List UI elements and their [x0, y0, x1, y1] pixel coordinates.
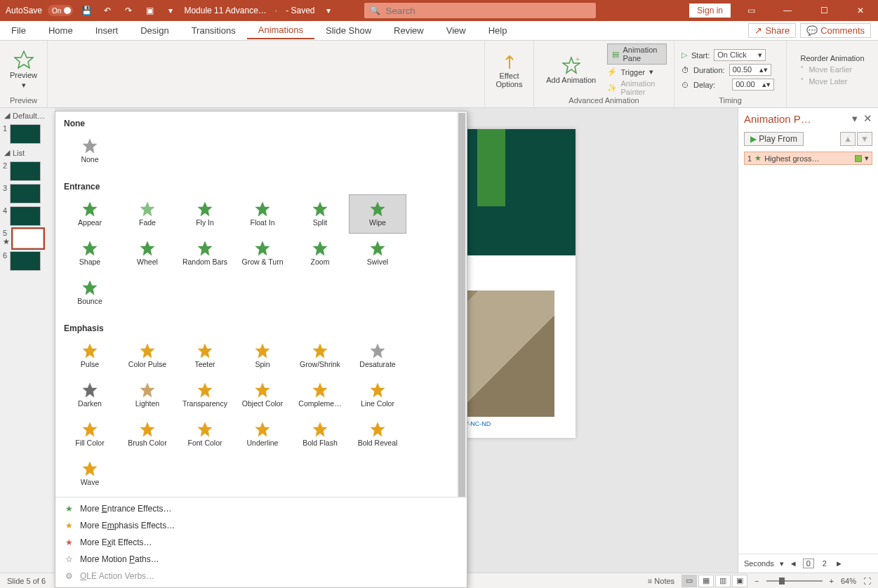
anim-entrance-float-in[interactable]: Float In — [234, 194, 291, 234]
slide-thumb-6[interactable]: 6 — [0, 250, 55, 272]
anim-emphasis-line-color[interactable]: Line Color — [349, 375, 406, 415]
anim-emphasis-bold-flash[interactable]: Bold Flash — [291, 415, 349, 454]
undo-icon[interactable]: ↶ — [100, 3, 115, 18]
move-later-button[interactable]: ˅Move Later — [800, 77, 847, 86]
more-exit-effects[interactable]: ★More Exit Effects… — [55, 534, 467, 551]
tab-file[interactable]: File — [0, 22, 37, 39]
saved-label[interactable]: - Saved — [286, 6, 314, 15]
anim-entrance-split[interactable]: Split — [291, 194, 349, 234]
comments-button[interactable]: 💬Comments — [800, 23, 871, 38]
tab-view[interactable]: View — [435, 22, 477, 39]
slide-thumb-3[interactable]: 3 — [0, 182, 55, 205]
trigger-button[interactable]: ⚡ Trigger▾ — [607, 67, 653, 76]
minimize-icon[interactable]: — — [771, 0, 804, 21]
anim-emphasis-font-color[interactable]: Font Color — [176, 415, 234, 454]
timeline-prev-icon[interactable]: ◄ — [790, 559, 797, 568]
slide-thumb-4[interactable]: 4 — [0, 205, 55, 227]
tab-animations[interactable]: Animations — [247, 22, 314, 39]
zoom-out-icon[interactable]: − — [754, 577, 759, 585]
qat-more-icon[interactable]: ▾ — [163, 3, 178, 18]
more-emphasis-effects[interactable]: ★More Emphasis Effects… — [55, 517, 467, 534]
animation-item-1[interactable]: 1 ★ Highest gross… ▾ — [744, 152, 872, 165]
anim-entrance-wipe[interactable]: Wipe — [349, 194, 406, 234]
zoom-slider[interactable] — [766, 580, 823, 582]
autosave-toggle[interactable]: On — [48, 5, 73, 16]
anim-emphasis-brush-color[interactable]: Brush Color — [119, 415, 176, 454]
tab-transitions[interactable]: Transitions — [180, 22, 247, 39]
anim-emphasis-pulse[interactable]: Pulse — [61, 336, 119, 375]
search-box[interactable]: 🔍 — [364, 3, 596, 18]
list-section[interactable]: ◢List — [0, 145, 55, 160]
anim-emphasis-teeter[interactable]: Teeter — [176, 336, 234, 375]
anim-entrance-zoom[interactable]: Zoom — [291, 234, 349, 273]
anim-entrance-bounce[interactable]: Bounce — [61, 273, 119, 312]
fit-window-icon[interactable]: ⛶ — [863, 577, 871, 585]
add-animation-button[interactable]: + Add Animation — [541, 44, 601, 96]
reading-view-icon[interactable]: ▥ — [715, 575, 731, 587]
saved-chevron-icon[interactable]: ▾ — [321, 3, 336, 18]
zoom-level[interactable]: 64% — [841, 577, 856, 585]
move-up-icon[interactable]: ▲ — [840, 132, 856, 146]
anim-entrance-shape[interactable]: Shape — [61, 234, 119, 273]
anim-emphasis-wave[interactable]: Wave — [61, 454, 119, 493]
anim-entrance-swivel[interactable]: Swivel — [349, 234, 406, 273]
preview-button[interactable]: Preview ▾ — [10, 44, 37, 96]
maximize-icon[interactable]: ☐ — [808, 0, 840, 21]
anim-emphasis-fill-color[interactable]: Fill Color — [61, 415, 119, 454]
start-dropdown[interactable]: On Click▾ — [714, 49, 766, 61]
tab-slideshow[interactable]: Slide Show — [314, 22, 383, 39]
anim-emphasis-spin[interactable]: Spin — [234, 336, 291, 375]
more-entrance-effects[interactable]: ★More Entrance Effects… — [55, 500, 467, 517]
slide-thumb-1[interactable]: 1 — [0, 123, 55, 145]
redo-icon[interactable]: ↷ — [121, 3, 136, 18]
timeline-next-icon[interactable]: ► — [835, 559, 843, 568]
anim-entrance-random-bars[interactable]: Random Bars — [176, 234, 234, 273]
slide-count[interactable]: Slide 5 of 6 — [7, 577, 46, 585]
normal-view-icon[interactable]: ▭ — [681, 575, 697, 587]
share-button[interactable]: ↗Share — [748, 23, 796, 38]
item-chevron-icon[interactable]: ▾ — [865, 154, 869, 163]
anim-emphasis-bold-reveal[interactable]: Bold Reveal — [349, 415, 406, 454]
pane-options-icon[interactable]: ▾ — [852, 112, 858, 125]
tab-review[interactable]: Review — [383, 22, 435, 39]
tab-design[interactable]: Design — [129, 22, 180, 39]
play-from-button[interactable]: ▶ Play From — [744, 132, 804, 146]
more-motion-paths[interactable]: ☆More Motion Paths… — [55, 551, 467, 568]
anim-entrance-fly-in[interactable]: Fly In — [176, 194, 234, 234]
anim-none-none[interactable]: None — [61, 131, 119, 171]
anim-entrance-grow-turn[interactable]: Grow & Turn — [234, 234, 291, 273]
animation-painter-button[interactable]: ✨ Animation Painter — [607, 79, 667, 96]
anim-entrance-appear[interactable]: Appear — [61, 194, 119, 234]
delay-input[interactable]: 00.00▴▾ — [732, 79, 774, 91]
duration-input[interactable]: 00.50▴▾ — [729, 64, 771, 76]
sorter-view-icon[interactable]: ▦ — [698, 575, 714, 587]
anim-emphasis-desaturate[interactable]: Desaturate — [349, 336, 406, 375]
from-beginning-icon[interactable]: ▣ — [142, 3, 157, 18]
default-section[interactable]: ◢Default… — [0, 108, 55, 123]
close-icon[interactable]: ✕ — [844, 0, 877, 21]
tab-home[interactable]: Home — [37, 22, 84, 39]
pane-close-icon[interactable]: ✕ — [863, 112, 872, 125]
anim-emphasis-color-pulse[interactable]: Color Pulse — [119, 336, 176, 375]
tab-insert[interactable]: Insert — [84, 22, 130, 39]
slide-thumb-5[interactable]: 5★ — [0, 227, 55, 250]
ribbon-display-icon[interactable]: ▭ — [735, 0, 767, 21]
anim-emphasis-underline[interactable]: Underline — [234, 415, 291, 454]
tab-help[interactable]: Help — [477, 22, 519, 39]
notes-button[interactable]: ≡ Notes — [648, 577, 674, 585]
move-down-icon[interactable]: ▼ — [857, 132, 872, 146]
anim-emphasis-transparency[interactable]: Transparency — [176, 375, 234, 415]
save-icon[interactable]: 💾 — [79, 3, 94, 18]
slide-thumb-2[interactable]: 2 — [0, 160, 55, 182]
move-earlier-button[interactable]: ˄Move Earlier — [800, 65, 852, 74]
anim-emphasis-compleme-[interactable]: Compleme… — [291, 375, 349, 415]
zoom-in-icon[interactable]: + — [830, 577, 834, 585]
sign-in-button[interactable]: Sign in — [689, 4, 731, 18]
anim-emphasis-lighten[interactable]: Lighten — [119, 375, 176, 415]
gallery-scrollbar[interactable] — [457, 112, 467, 545]
slideshow-view-icon[interactable]: ▣ — [732, 575, 747, 587]
anim-emphasis-grow-shrink[interactable]: Grow/Shrink — [291, 336, 349, 375]
effect-options-button[interactable]: Effect Options — [492, 44, 526, 96]
anim-entrance-fade[interactable]: Fade — [119, 194, 176, 234]
animation-pane-button[interactable]: ▤ Animation Pane — [607, 44, 667, 65]
